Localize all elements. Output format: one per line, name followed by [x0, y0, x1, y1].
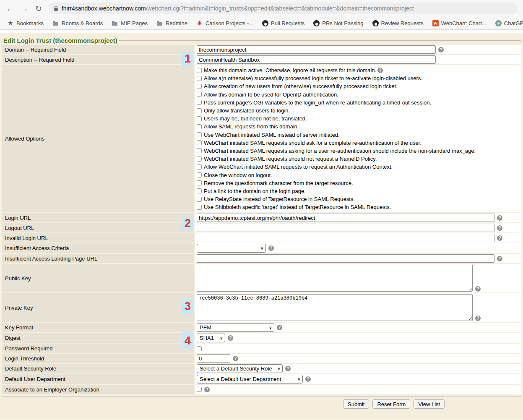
list-item: Users may be, but need not be, translate…	[197, 115, 519, 123]
description-input[interactable]	[197, 55, 436, 64]
forward-button[interactable]: →	[21, 5, 29, 13]
list-item: Allow this domain to be used for OpenID …	[197, 91, 519, 99]
option-checkbox[interactable]	[197, 172, 202, 177]
bookmark-icon	[112, 20, 118, 26]
bookmark-label: Review Requests	[381, 20, 424, 26]
bookmark-label: MIE Pages	[121, 20, 148, 26]
help-icon[interactable]: ?	[268, 245, 274, 251]
logout-url-input[interactable]	[197, 224, 494, 232]
option-checkbox[interactable]	[197, 197, 202, 202]
bookmark-item[interactable]: Pull Requests	[260, 19, 307, 27]
bookmark-item[interactable]: WebChart: Chart...	[430, 19, 489, 27]
option-checkbox[interactable]	[197, 205, 202, 210]
help-icon[interactable]: ?	[497, 225, 502, 231]
option-checkbox[interactable]	[197, 140, 202, 145]
option-checkbox[interactable]	[197, 188, 202, 193]
list-item: Only allow translated users to login.	[197, 107, 519, 115]
form-buttons: Submit Reset Form View List	[0, 397, 523, 409]
digest-select[interactable]: SHA1 ∨	[197, 334, 225, 342]
help-icon[interactable]: ?	[438, 47, 444, 52]
key-format-select[interactable]: PEM ∨	[197, 323, 274, 332]
employer-org-checkbox[interactable]	[197, 387, 202, 392]
bookmark-item[interactable]: Rooms & Boards	[50, 19, 105, 27]
option-checkbox[interactable]	[197, 157, 202, 162]
bookmark-item[interactable]: Review Requests	[370, 19, 426, 27]
private-key-textarea[interactable]: 7ce50036-3c3b-11ee-8689-a21a380b19b4	[197, 294, 473, 321]
option-checkbox[interactable]	[197, 148, 202, 153]
list-item: Make this domain active. Otherwise, igno…	[197, 66, 519, 74]
login-url-input[interactable]	[197, 214, 494, 222]
bookmark-label: ChatGPT	[504, 20, 523, 26]
table-row: Description -- Required Field	[2, 55, 521, 64]
bookmark-item[interactable]: MIE Pages	[109, 19, 150, 27]
help-icon[interactable]: ?	[233, 356, 238, 361]
list-item: Remove the questionmark character from t…	[197, 179, 519, 187]
option-checkbox[interactable]	[197, 92, 202, 97]
public-key-textarea[interactable]	[197, 265, 473, 292]
bookmark-item[interactable]: PRs Not Passing	[311, 19, 365, 27]
view-list-button[interactable]: View List	[414, 399, 445, 409]
help-icon[interactable]: ?	[497, 256, 502, 261]
help-icon[interactable]: ?	[475, 316, 481, 321]
option-checkbox[interactable]	[197, 164, 202, 170]
option-checkbox[interactable]	[197, 68, 202, 73]
field-label-insufficient-access-criteria: Insufficient Access Criteria	[2, 243, 194, 253]
login-threshold-input[interactable]	[197, 354, 230, 363]
option-checkbox[interactable]	[197, 180, 202, 185]
option-label: Allow this domain to be used for OpenID …	[204, 91, 338, 98]
field-label-invalid-login-url: Invalid Login URL	[2, 233, 194, 243]
bookmark-item[interactable]: ChatGPT	[493, 19, 523, 27]
annotation-3: 3	[182, 299, 193, 314]
table-row: Insufficient Access Criteria ∨ ?	[2, 243, 521, 253]
bookmark-item[interactable]: Bookmarks	[5, 19, 46, 27]
help-icon[interactable]: ?	[377, 68, 383, 73]
help-icon[interactable]: ?	[497, 235, 502, 241]
option-checkbox[interactable]	[197, 76, 202, 81]
bookmark-icon	[432, 20, 439, 26]
default-security-role-select[interactable]: Select a Default Security Role ∨	[197, 364, 283, 373]
insufficient-access-criteria-select[interactable]: ∨	[197, 244, 266, 253]
option-label: WebChart initiated SAML requests should …	[204, 156, 377, 162]
option-checkbox[interactable]	[197, 132, 202, 137]
list-item: Allow WebChart initiated SAML requests t…	[197, 163, 519, 171]
bookmark-item[interactable]: Carlson Projects -...	[194, 19, 255, 27]
field-label-insufficient-access-landing: Insufficient Access Landing Page URL	[2, 254, 194, 263]
browser-chrome: ← → ↻ fhirr4sandbox.webchartnow.com/webc…	[0, 0, 523, 30]
chevron-down-icon: ∨	[269, 326, 272, 330]
bookmark-label: Redmine	[166, 20, 187, 26]
option-label: Allow SAML requests from this domain.	[204, 123, 299, 130]
invalid-login-url-input[interactable]	[197, 234, 494, 242]
help-icon[interactable]: ?	[475, 286, 481, 292]
help-icon[interactable]: ?	[285, 366, 291, 371]
option-checkbox[interactable]	[197, 116, 202, 121]
bookmark-icon	[156, 20, 163, 26]
help-icon[interactable]: ?	[277, 325, 282, 330]
option-checkbox[interactable]	[197, 124, 202, 129]
table-row: Allowed Options Make this domain active.…	[2, 65, 521, 212]
insufficient-access-landing-input[interactable]	[197, 254, 494, 263]
lock-icon	[54, 5, 58, 11]
back-button[interactable]: ←	[6, 5, 14, 13]
help-icon[interactable]: ?	[228, 335, 233, 341]
option-checkbox[interactable]	[197, 100, 202, 105]
bookmark-icon	[7, 20, 14, 26]
reset-form-button[interactable]: Reset Form	[372, 399, 410, 409]
option-checkbox[interactable]	[197, 108, 202, 113]
submit-button[interactable]: Submit	[343, 399, 369, 409]
reload-button[interactable]: ↻	[35, 5, 42, 13]
option-label: Allow WebChart initiated SAML requests t…	[204, 164, 393, 170]
default-user-department-select[interactable]: Select a Default User Department ∨	[197, 375, 303, 383]
bookmark-icon	[52, 20, 59, 26]
field-label-description: Description -- Required Field	[2, 55, 194, 64]
help-icon[interactable]: ?	[497, 215, 502, 221]
option-checkbox[interactable]	[197, 84, 202, 89]
option-label: Use RelayState instead of TargetResource…	[204, 196, 355, 202]
password-required-checkbox[interactable]	[197, 346, 202, 351]
domain-input[interactable]	[197, 45, 436, 54]
help-icon[interactable]: ?	[204, 387, 210, 392]
url-bar[interactable]: fhirr4sandbox.webchartnow.com/webchart.c…	[49, 3, 517, 14]
chevron-down-icon: ∨	[260, 246, 263, 250]
help-icon[interactable]: ?	[305, 376, 311, 382]
option-label: WebChart initiated SAML requests asking …	[204, 148, 476, 154]
bookmark-item[interactable]: Redmine	[154, 19, 190, 27]
